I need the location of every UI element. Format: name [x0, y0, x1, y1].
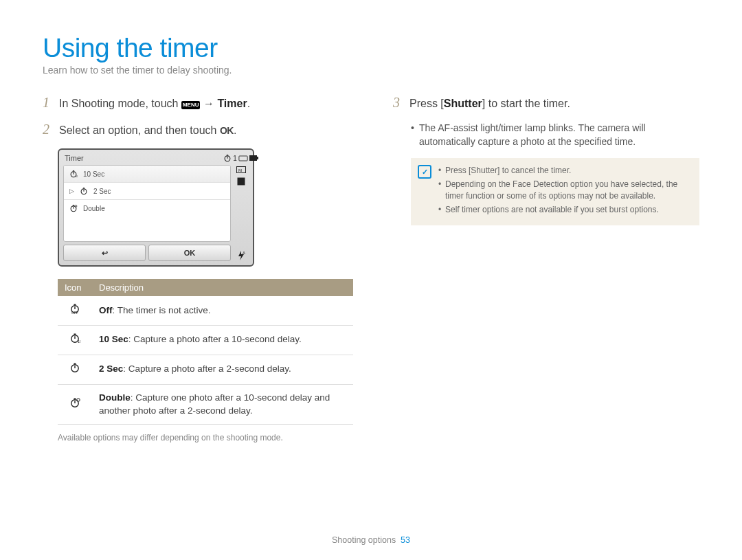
info-item: Depending on the Face Detection option y…	[438, 179, 690, 202]
svg-rect-6	[249, 155, 257, 161]
footer-section: Shooting options	[332, 535, 396, 545]
camera-option-10sec: 10 10 Sec	[64, 166, 230, 183]
table-row: Double: Capture one photo after a 10-sec…	[58, 384, 353, 425]
page-footer: Shooting options 53	[0, 535, 742, 545]
info-icon: ✓	[418, 165, 431, 179]
step1-arrow: →	[203, 98, 217, 109]
camera-option-label: 2 Sec	[93, 188, 111, 195]
ok-icon: OK	[220, 125, 234, 136]
svg-text:M: M	[238, 168, 242, 172]
step3-pre: Press [	[409, 98, 444, 109]
step-number: 2	[43, 122, 52, 137]
right-column: 3 Press [Shutter] to start the timer. Th…	[393, 95, 699, 443]
svg-rect-5	[239, 156, 247, 161]
info1-pre: Press [	[445, 166, 471, 175]
row-text: : Capture a photo after a 2-second delay…	[123, 363, 291, 374]
svg-rect-10	[238, 178, 245, 186]
page-title: Using the timer	[43, 33, 699, 63]
svg-text:10: 10	[76, 175, 78, 178]
camera-title: Timer	[63, 153, 231, 165]
step1-end: .	[247, 98, 250, 109]
shot-count-icon	[238, 155, 248, 161]
timer-10-icon: 10	[69, 170, 78, 178]
menu-icon: MENU	[181, 101, 201, 109]
row-text: : Capture one photo after a 10-second de…	[99, 392, 330, 416]
timer-10-icon: 10	[69, 333, 80, 344]
battery-icon	[249, 155, 259, 161]
row-bold: Double	[99, 392, 131, 403]
camera-side-icons: 1 M A	[234, 153, 249, 261]
timer-double-icon	[69, 397, 80, 408]
svg-rect-7	[257, 157, 258, 159]
camera-option-label: Double	[83, 205, 105, 212]
step3-bullet: The AF-assist light/timer lamp blinks. T…	[411, 122, 699, 148]
step-3: 3 Press [Shutter] to start the timer.	[393, 95, 699, 112]
table-header-desc: Description	[92, 279, 353, 296]
timer-status-icon	[223, 154, 232, 162]
quality-icon	[237, 177, 245, 186]
timer-double-icon	[69, 204, 78, 212]
step3-bold: Shutter	[444, 98, 482, 109]
table-row: 2 Sec: Capture a photo after a 2-second …	[58, 355, 353, 384]
camera-back-button: ↩	[63, 245, 146, 261]
camera-side-num: 1	[233, 155, 237, 162]
timer-2-icon	[69, 362, 80, 373]
table-header-icon: Icon	[58, 279, 92, 296]
info1-bold: Shutter	[471, 166, 497, 175]
page-subtitle: Learn how to set the timer to delay shoo…	[43, 65, 699, 76]
camera-option-label: 10 Sec	[83, 170, 104, 178]
flash-icon: A	[237, 250, 245, 261]
step-number: 1	[43, 95, 52, 111]
table-row: 10 10 Sec: Capture a photo after a 10-se…	[58, 325, 353, 355]
svg-point-14	[77, 398, 80, 401]
camera-options-list: 10 10 Sec ▷ 2 Sec Double	[63, 165, 231, 242]
options-footnote: Available options may differ depending o…	[58, 433, 353, 443]
row-bold: 2 Sec	[99, 363, 123, 374]
info-item: Press [Shutter] to cancel the timer.	[438, 165, 690, 177]
table-row: OFF Off: The timer is not active.	[58, 296, 353, 325]
row-text: : The timer is not active.	[113, 305, 211, 315]
timer-off-icon: OFF	[69, 303, 80, 314]
step1-text-pre: In Shooting mode, touch	[59, 98, 181, 109]
step1-bold: Timer	[217, 98, 247, 109]
icon-description-table: Icon Description OFF Off: The timer is n…	[58, 279, 353, 425]
photo-size-icon: M	[236, 166, 246, 173]
camera-option-double: Double	[64, 200, 230, 216]
row-bold: 10 Sec	[99, 334, 128, 344]
camera-ok-button: OK	[148, 245, 231, 261]
info-note-box: ✓ Press [Shutter] to cancel the timer. D…	[411, 158, 699, 225]
step2-end: .	[234, 124, 236, 136]
step-number: 3	[393, 95, 403, 111]
step2-text-pre: Select an option, and then touch	[59, 124, 220, 136]
svg-text:OFF: OFF	[71, 311, 78, 314]
timer-2-icon	[80, 187, 88, 195]
camera-option-2sec: ▷ 2 Sec	[64, 183, 230, 200]
row-bold: Off	[99, 305, 113, 315]
footer-page-number: 53	[401, 535, 410, 545]
info1-post: ] to cancel the timer.	[497, 166, 571, 175]
info-item: Self timer options are not available if …	[438, 204, 690, 216]
svg-text:10: 10	[78, 339, 80, 344]
step-1: 1 In Shooting mode, touch MENU → Timer.	[43, 95, 353, 112]
camera-screen-mock: Timer 10 10 Sec ▷ 2 Sec Double	[58, 148, 254, 267]
step3-post: ] to start the timer.	[482, 98, 570, 109]
left-column: 1 In Shooting mode, touch MENU → Timer. …	[43, 95, 353, 443]
svg-text:A: A	[243, 251, 245, 255]
row-text: : Capture a photo after a 10-second dela…	[128, 334, 302, 344]
step-2: 2 Select an option, and then touch OK.	[43, 122, 353, 139]
